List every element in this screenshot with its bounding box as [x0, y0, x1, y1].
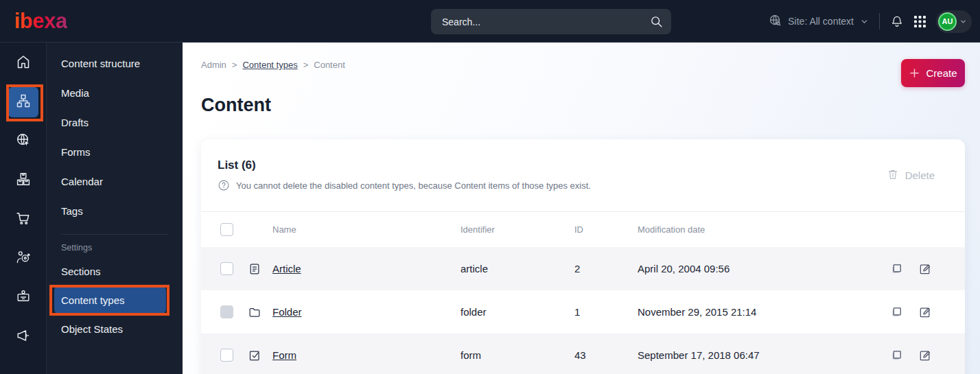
ibexa-logo[interactable]: ibexa [14, 9, 67, 34]
cell-identifier: form [460, 349, 574, 361]
global-search [431, 9, 671, 34]
site-globe-cursor-icon [15, 132, 32, 151]
question-circle-icon [218, 179, 230, 191]
breadcrumb-separator: > [232, 60, 237, 70]
content-type-link[interactable]: Folder [272, 306, 302, 318]
cell-identifier: folder [460, 306, 574, 318]
site-context-label: Site: All context [788, 16, 854, 27]
edit-icon[interactable] [918, 262, 932, 276]
content-type-link[interactable]: Article [272, 263, 301, 274]
search-icon[interactable] [650, 15, 663, 28]
sidebar-item-drafts[interactable]: Drafts [47, 108, 183, 137]
sidebar-item-object-states[interactable]: Object States [47, 314, 183, 344]
breadcrumb-separator: > [303, 60, 309, 70]
topbar-right: Site: All context AU [769, 0, 972, 43]
table-row: Form form 43 September 17, 2018 06:47 [201, 334, 965, 374]
rail-item-admin[interactable] [8, 283, 38, 313]
cell-modification-date: September 17, 2018 06:47 [638, 349, 850, 361]
column-header-modification-date: Modification date [638, 224, 850, 235]
rail-item-commerce[interactable] [8, 204, 38, 235]
copy-icon[interactable] [889, 349, 903, 362]
row-checkbox[interactable] [220, 262, 233, 275]
app-grid-icon[interactable] [914, 16, 926, 27]
create-button-label: Create [926, 67, 957, 79]
cell-modification-date: November 29, 2015 21:14 [638, 306, 850, 318]
ibexa-admin-screen: ibexa Site: All context [0, 0, 980, 374]
page-title: Content [201, 95, 271, 116]
rail-item-personalization[interactable] [8, 244, 38, 274]
edit-icon[interactable] [918, 305, 932, 319]
chevron-down-icon [959, 18, 967, 25]
avatar: AU [938, 12, 957, 31]
row-actions [850, 262, 932, 276]
content-types-list-card: List (6) You cannot delete the disabled … [201, 139, 965, 374]
rail-item-product-catalog[interactable] [8, 165, 38, 196]
plus-icon [909, 67, 920, 79]
cell-id: 43 [574, 349, 638, 361]
notifications-bell-icon[interactable] [890, 14, 904, 28]
delete-button[interactable]: Delete [887, 168, 935, 183]
content-type-link[interactable]: Form [272, 349, 296, 361]
site-context-selector[interactable]: Site: All context [769, 14, 869, 29]
row-checkbox-disabled [220, 305, 233, 318]
sidebar-item-content-types[interactable]: Content types [54, 286, 166, 314]
breadcrumb: Admin > Content types > Content [201, 60, 345, 70]
boxes-icon [15, 171, 32, 190]
rail-item-site[interactable] [8, 126, 38, 156]
table-row: Folder folder 1 November 29, 2015 21:14 [201, 290, 965, 334]
user-menu[interactable]: AU [936, 10, 972, 33]
cell-modification-date: April 20, 2004 09:56 [638, 263, 850, 274]
megaphone-icon [15, 327, 32, 347]
id-badge-icon [15, 288, 32, 307]
edit-icon[interactable] [918, 349, 932, 362]
breadcrumb-content-types-link[interactable]: Content types [242, 60, 297, 70]
sidebar-item-content-structure[interactable]: Content structure [47, 49, 183, 78]
sidebar-menu: Content structure Media Drafts Forms Cal… [46, 43, 183, 374]
row-actions [850, 349, 932, 362]
folder-icon [248, 305, 272, 319]
copy-icon[interactable] [889, 305, 903, 319]
content-tree-icon [15, 93, 32, 112]
column-header-identifier: Identifier [460, 224, 574, 235]
breadcrumb-admin: Admin [201, 60, 226, 70]
select-all-checkbox[interactable] [220, 223, 233, 236]
cell-id: 1 [574, 306, 638, 318]
form-icon [248, 349, 272, 362]
cell-id: 2 [574, 263, 638, 274]
person-target-icon [15, 249, 32, 268]
rail-item-content[interactable] [8, 87, 38, 117]
topbar-divider [879, 13, 880, 30]
sidebar-item-media[interactable]: Media [47, 78, 183, 108]
rail-item-marketing[interactable] [8, 322, 38, 352]
sidebar-settings-label: Settings [47, 235, 183, 257]
column-header-name: Name [272, 224, 460, 235]
chevron-down-icon [860, 17, 869, 26]
create-button[interactable]: Create [901, 59, 965, 87]
delete-button-label: Delete [905, 170, 935, 181]
sidebar-item-sections[interactable]: Sections [47, 257, 183, 286]
globe-icon [769, 14, 782, 29]
list-info: You cannot delete the disabled content t… [201, 172, 965, 191]
article-icon [248, 262, 272, 276]
table-header: Name Identifier ID Modification date [201, 212, 965, 247]
home-icon [15, 54, 32, 73]
sidebar-item-forms[interactable]: Forms [47, 137, 183, 167]
column-header-id: ID [574, 224, 638, 235]
copy-icon[interactable] [889, 262, 903, 276]
list-info-text: You cannot delete the disabled content t… [236, 180, 591, 191]
table-row: Article article 2 April 20, 2004 09:56 [201, 247, 965, 290]
rail-item-dashboard[interactable] [8, 48, 38, 78]
row-checkbox[interactable] [220, 349, 233, 362]
icon-rail [0, 43, 46, 374]
breadcrumb-current: Content [314, 60, 345, 70]
shopping-cart-icon [15, 210, 32, 229]
list-title: List (6) [201, 139, 965, 172]
sidebar-item-tags[interactable]: Tags [47, 196, 183, 226]
sidebar-item-calendar[interactable]: Calendar [47, 167, 183, 196]
main-area: Admin > Content types > Content Create C… [183, 43, 980, 374]
trash-icon [887, 168, 899, 183]
topbar: ibexa Site: All context [0, 0, 980, 43]
search-input[interactable] [442, 16, 650, 27]
row-actions [850, 305, 932, 319]
cell-identifier: article [460, 263, 574, 274]
